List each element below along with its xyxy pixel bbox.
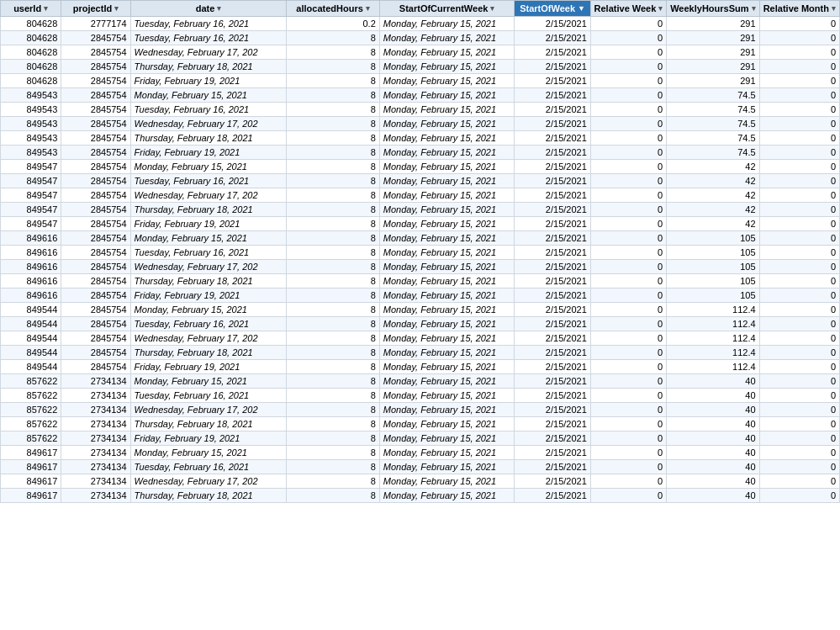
cell-allocatedhours: 8 (287, 289, 379, 303)
column-header-relativeMonth[interactable]: Relative Month▾ (759, 1, 839, 17)
cell-startofcurrentweek: Monday, February 15, 2021 (379, 146, 515, 160)
cell-userid: 849543 (1, 131, 61, 146)
cell-startofcurrentweek: Monday, February 15, 2021 (379, 331, 515, 346)
cell-date: Tuesday, February 16, 2021 (130, 103, 287, 117)
filter-icon-startOfWeek[interactable]: ▼ (578, 4, 585, 13)
filter-icon-relativeWeek[interactable]: ▾ (658, 4, 663, 13)
cell-relativeweek: 0 (590, 146, 666, 160)
cell-startofweek: 2/15/2021 (515, 88, 590, 103)
column-header-date[interactable]: date▾ (130, 1, 287, 17)
cell-relativemonth: 0 (759, 460, 839, 474)
filter-icon-weeklyHoursSum[interactable]: ▾ (752, 4, 756, 13)
cell-allocatedhours: 8 (287, 460, 379, 474)
cell-weeklyhourssum: 112.4 (667, 360, 759, 374)
filter-icon-allocatedHours[interactable]: ▾ (366, 4, 370, 13)
cell-userid: 849543 (1, 117, 61, 131)
cell-userid: 857622 (1, 403, 61, 417)
cell-startofcurrentweek: Monday, February 15, 2021 (379, 117, 515, 131)
cell-weeklyhourssum: 40 (667, 431, 759, 446)
cell-relativeweek: 0 (590, 117, 666, 131)
cell-date: Tuesday, February 16, 2021 (130, 460, 287, 474)
cell-weeklyhourssum: 291 (667, 60, 759, 74)
cell-startofweek: 2/15/2021 (515, 31, 590, 45)
cell-startofcurrentweek: Monday, February 15, 2021 (379, 17, 515, 31)
filter-icon-userId[interactable]: ▾ (44, 4, 48, 13)
cell-projectid: 2845754 (61, 60, 130, 74)
column-header-projectId[interactable]: projectId▾ (61, 1, 130, 17)
table-row: 8496162845754Monday, February 15, 20218M… (1, 231, 840, 246)
column-header-allocatedHours[interactable]: allocatedHours▾ (287, 1, 379, 17)
cell-date: Friday, February 19, 2021 (130, 146, 287, 160)
cell-projectid: 2845754 (61, 246, 130, 260)
cell-projectid: 2845754 (61, 174, 130, 188)
cell-relativemonth: 0 (759, 289, 839, 303)
filter-icon-projectId[interactable]: ▾ (114, 4, 119, 13)
column-header-userId[interactable]: userId▾ (1, 1, 61, 17)
column-header-startOfWeek[interactable]: StartOfWeek▼ (515, 1, 590, 17)
cell-relativeweek: 0 (590, 60, 666, 74)
cell-relativemonth: 0 (759, 317, 839, 331)
cell-weeklyhourssum: 42 (667, 188, 759, 203)
cell-startofcurrentweek: Monday, February 15, 2021 (379, 74, 515, 88)
cell-userid: 849547 (1, 188, 61, 203)
cell-allocatedhours: 8 (287, 303, 379, 317)
cell-allocatedhours: 8 (287, 103, 379, 117)
cell-userid: 849617 (1, 489, 61, 503)
cell-startofcurrentweek: Monday, February 15, 2021 (379, 446, 515, 460)
column-header-weeklyHoursSum[interactable]: WeeklyHoursSum▾ (667, 1, 759, 17)
cell-userid: 849543 (1, 88, 61, 103)
cell-allocatedhours: 8 (287, 160, 379, 174)
cell-date: Thursday, February 18, 2021 (130, 489, 287, 503)
filter-icon-relativeMonth[interactable]: ▾ (832, 4, 836, 13)
cell-allocatedhours: 8 (287, 174, 379, 188)
column-header-startOfCurrentWeek[interactable]: StartOfCurrentWeek▾ (379, 1, 515, 17)
cell-relativemonth: 0 (759, 474, 839, 489)
cell-allocatedhours: 8 (287, 217, 379, 231)
cell-startofcurrentweek: Monday, February 15, 2021 (379, 188, 515, 203)
cell-allocatedhours: 8 (287, 246, 379, 260)
cell-startofweek: 2/15/2021 (515, 374, 590, 389)
cell-userid: 849547 (1, 160, 61, 174)
cell-relativeweek: 0 (590, 431, 666, 446)
filter-icon-startOfCurrentWeek[interactable]: ▾ (490, 4, 494, 13)
cell-weeklyhourssum: 42 (667, 174, 759, 188)
cell-projectid: 2845754 (61, 45, 130, 60)
cell-relativeweek: 0 (590, 45, 666, 60)
cell-date: Friday, February 19, 2021 (130, 360, 287, 374)
data-table: userId▾projectId▾date▾allocatedHours▾Sta… (0, 0, 840, 503)
column-header-relativeWeek[interactable]: Relative Week▾ (590, 1, 666, 17)
cell-userid: 849616 (1, 231, 61, 246)
cell-startofweek: 2/15/2021 (515, 74, 590, 88)
cell-startofweek: 2/15/2021 (515, 103, 590, 117)
cell-relativemonth: 0 (759, 231, 839, 246)
cell-relativeweek: 0 (590, 303, 666, 317)
table-row: 8495442845754Monday, February 15, 20218M… (1, 303, 840, 317)
table-row: 8495472845754Friday, February 19, 20218M… (1, 217, 840, 231)
table-row: 8495472845754Wednesday, February 17, 202… (1, 188, 840, 203)
cell-startofcurrentweek: Monday, February 15, 2021 (379, 88, 515, 103)
cell-weeklyhourssum: 105 (667, 289, 759, 303)
column-label-startOfCurrentWeek: StartOfCurrentWeek (399, 3, 489, 13)
cell-date: Friday, February 19, 2021 (130, 217, 287, 231)
table-header-row: userId▾projectId▾date▾allocatedHours▾Sta… (1, 1, 840, 17)
cell-weeklyhourssum: 40 (667, 374, 759, 389)
cell-relativemonth: 0 (759, 31, 839, 45)
cell-userid: 857622 (1, 374, 61, 389)
cell-weeklyhourssum: 291 (667, 17, 759, 31)
table-row: 8576222734134Monday, February 15, 20218M… (1, 374, 840, 389)
table-row: 8046282845754Friday, February 19, 20218M… (1, 74, 840, 88)
table-row: 8496172734134Thursday, February 18, 2021… (1, 489, 840, 503)
cell-projectid: 2845754 (61, 88, 130, 103)
cell-weeklyhourssum: 112.4 (667, 303, 759, 317)
cell-startofcurrentweek: Monday, February 15, 2021 (379, 317, 515, 331)
cell-weeklyhourssum: 112.4 (667, 346, 759, 360)
cell-allocatedhours: 8 (287, 131, 379, 146)
cell-weeklyhourssum: 291 (667, 74, 759, 88)
cell-relativemonth: 0 (759, 346, 839, 360)
cell-userid: 849544 (1, 346, 61, 360)
cell-relativeweek: 0 (590, 174, 666, 188)
data-table-container[interactable]: userId▾projectId▾date▾allocatedHours▾Sta… (0, 0, 840, 630)
table-row: 8495472845754Tuesday, February 16, 20218… (1, 174, 840, 188)
cell-relativeweek: 0 (590, 160, 666, 174)
filter-icon-date[interactable]: ▾ (217, 4, 221, 13)
